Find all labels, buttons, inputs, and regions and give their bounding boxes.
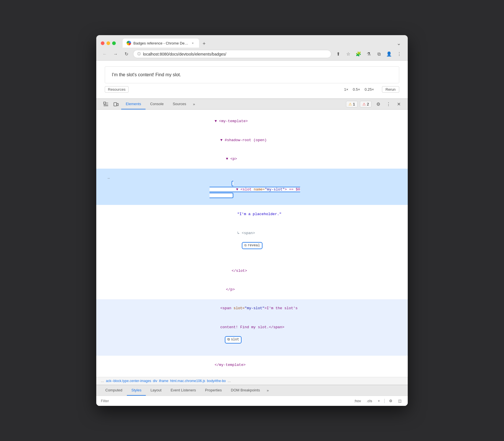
dom-line-slot-close[interactable]: </slot> — [96, 262, 408, 280]
address-input[interactable]: ⓘ localhost:8080/docs/devtools/elements/… — [133, 50, 331, 58]
resources-label: Resources — [105, 86, 129, 93]
device-icon[interactable] — [111, 99, 121, 109]
extensions-icon[interactable]: 🧩 — [354, 50, 362, 58]
devtools-tabs: Elements Console Sources » ⚠ 1 ⚠ 2 — [96, 99, 408, 110]
slot-badge-pill[interactable]: ⧉ slot — [225, 336, 242, 343]
close-button[interactable] — [101, 41, 104, 45]
tab-event-listeners[interactable]: Event Listeners — [166, 385, 200, 396]
dom-line-p-open[interactable]: ▼ <p> — [96, 150, 408, 168]
slot-attr-value: "my-slot" — [265, 187, 285, 192]
zoom-025x-button[interactable]: 0.25× — [362, 86, 376, 92]
share-icon[interactable]: ⬆ — [334, 50, 342, 58]
filter-separator: | — [384, 398, 385, 403]
preview-controls: Resources 1× 0.5× 0.25× Rerun — [105, 83, 399, 93]
breadcrumb-item-4[interactable]: html.mac.chrome106.js — [170, 379, 205, 383]
bookmark-icon[interactable]: ☆ — [344, 50, 352, 58]
span-slot-attr: slot= — [234, 306, 245, 310]
breadcrumb-item-3[interactable]: iframe — [159, 379, 168, 383]
span-slot-gt: >I'm the slot's — [264, 306, 298, 310]
hov-button[interactable]: :hov — [352, 398, 363, 404]
tab-computed[interactable]: Computed — [101, 385, 127, 396]
flask-icon[interactable]: ⚗ — [365, 50, 373, 58]
shadow-root-tag: ▼ #shadow-root (open) — [220, 138, 267, 142]
add-style-button[interactable]: + — [376, 398, 382, 404]
slot-open-tag: ▼ <slot — [236, 187, 254, 192]
svg-rect-0 — [104, 102, 106, 104]
reveal-badge: ⧉ reveal — [215, 243, 262, 254]
filter-sidebar-icon[interactable]: ◫ — [396, 398, 403, 404]
warning-badge[interactable]: ⚠ 1 — [346, 101, 358, 107]
error-count: 2 — [367, 102, 369, 106]
tab-title: Badges reference - Chrome De… — [133, 41, 188, 45]
dom-line-shadow-root[interactable]: ▼ #shadow-root (open) — [96, 131, 408, 150]
rerun-button[interactable]: Rerun — [382, 86, 399, 93]
reveal-icon: ⧉ — [244, 243, 247, 248]
preview-box: I'm the slot's content! Find my slot. — [105, 66, 399, 83]
tab-more[interactable]: » — [191, 99, 197, 109]
lock-icon: ⓘ — [137, 52, 141, 56]
tab-console[interactable]: Console — [146, 99, 168, 109]
placeholder-text: "I'm a placeholder." — [237, 212, 281, 216]
forward-button[interactable]: → — [112, 50, 119, 58]
dom-line-span-arrow[interactable]: ↳ <span> ⧉ reveal — [96, 224, 408, 262]
dom-line-p-close[interactable]: </p> — [96, 280, 408, 299]
span-slot-open-tag: <span — [220, 306, 234, 310]
cls-button[interactable]: .cls — [365, 398, 374, 404]
bottom-tabs: Computed Styles Layout Event Listeners P… — [96, 385, 408, 396]
tab-dom-breakpoints[interactable]: DOM Breakpoints — [226, 385, 264, 396]
page-content: I'm the slot's content! Find my slot. Re… — [96, 61, 408, 406]
refresh-button[interactable]: ↻ — [122, 50, 130, 58]
profile-icon[interactable]: 👤 — [385, 50, 393, 58]
slot-equals: > == $0 — [285, 187, 300, 192]
reveal-badge-pill[interactable]: ⧉ reveal — [242, 242, 262, 249]
my-template-close-tag: </my-template> — [215, 363, 245, 367]
slot-element[interactable]: ▼ <slot name="my-slot"> == $0 — [210, 181, 300, 198]
zoom-05x-button[interactable]: 0.5× — [351, 86, 362, 92]
dom-line-span-slot-open[interactable]: <span slot="my-slot">I'm the slot's — [96, 299, 408, 318]
window-icon[interactable]: ⧉ — [375, 50, 383, 58]
breadcrumb-item-5[interactable]: body#the-bo — [207, 379, 226, 383]
dom-line-slot[interactable]: … ▼ <slot name="my-slot"> == $0 — [96, 169, 408, 205]
devtools-more-button[interactable]: ⋮ — [384, 100, 393, 109]
breadcrumb-item-1[interactable]: ack--block.type.center-images — [106, 379, 151, 383]
chrome-icon — [127, 41, 131, 45]
filter-settings-icon[interactable]: ⚙ — [387, 398, 394, 404]
filter-input[interactable] — [101, 399, 349, 403]
window-chevron[interactable]: ⌄ — [394, 39, 403, 48]
breadcrumb-ellipsis-1[interactable]: … — [101, 379, 104, 383]
preview-text: I'm the slot's content! Find my slot. — [112, 72, 392, 77]
browser-window: Badges reference - Chrome De… × + ⌄ ← → … — [96, 35, 408, 406]
breadcrumb-ellipsis-2[interactable]: … — [228, 379, 231, 383]
slot-badge-icon: ⧉ — [227, 337, 230, 342]
dom-line-span-slot-cont[interactable]: content! Find my slot.</span> ⧉ slot — [96, 318, 408, 356]
minimize-button[interactable] — [106, 41, 110, 45]
warning-icon: ⚠ — [349, 102, 352, 106]
page-preview: I'm the slot's content! Find my slot. Re… — [96, 61, 408, 99]
slot-attr-name: name= — [254, 187, 265, 192]
tab-elements[interactable]: Elements — [121, 99, 146, 109]
new-tab-button[interactable]: + — [200, 40, 208, 48]
devtools-action-buttons: ⚙ ⋮ ✕ — [374, 100, 403, 109]
close-devtools-button[interactable]: ✕ — [394, 100, 403, 109]
dom-line-my-template-open[interactable]: ▼ <my-template> — [96, 112, 408, 131]
tab-close-button[interactable]: × — [191, 41, 195, 45]
back-button[interactable]: ← — [101, 50, 109, 58]
dom-line-my-template-close[interactable]: </my-template> — [96, 356, 408, 374]
address-bar: ← → ↻ ⓘ localhost:8080/docs/devtools/ele… — [96, 48, 408, 61]
filter-bar: :hov .cls + | ⚙ ◫ — [96, 396, 408, 406]
maximize-button[interactable] — [112, 41, 116, 45]
tab-layout[interactable]: Layout — [146, 385, 166, 396]
tab-styles[interactable]: Styles — [127, 385, 146, 396]
breadcrumb-item-2[interactable]: div — [153, 379, 157, 383]
menu-icon[interactable]: ⋮ — [395, 50, 403, 58]
tab-properties[interactable]: Properties — [200, 385, 226, 396]
error-badge[interactable]: ⚠ 2 — [360, 101, 371, 107]
zoom-1x-button[interactable]: 1× — [342, 86, 351, 92]
span-arrow-text: ↳ <span> — [237, 231, 255, 235]
inspect-icon[interactable] — [101, 99, 111, 109]
browser-tab[interactable]: Badges reference - Chrome De… × — [123, 39, 199, 48]
tab-sources[interactable]: Sources — [168, 99, 191, 109]
settings-button[interactable]: ⚙ — [374, 100, 383, 109]
filter-actions: :hov .cls + | ⚙ ◫ — [352, 398, 403, 404]
bottom-tab-more[interactable]: » — [264, 385, 271, 395]
